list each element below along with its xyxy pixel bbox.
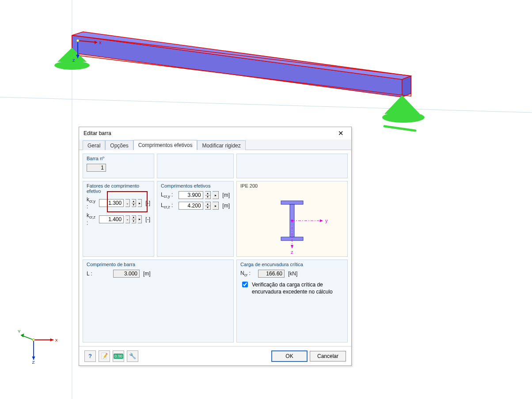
note-button[interactable]: 📝 <box>99 350 110 362</box>
units-icon: 0.00 <box>114 354 123 359</box>
spin-up-icon: ▲ <box>205 192 211 196</box>
lcrz-input[interactable] <box>179 202 203 210</box>
ncr-input <box>258 270 285 278</box>
svg-marker-24 <box>32 357 35 360</box>
svg-text:Z: Z <box>32 360 34 364</box>
kcrz-dropdown[interactable]: ⌄ <box>125 215 130 223</box>
l-unit: [m] <box>143 271 151 277</box>
svg-point-8 <box>382 112 425 123</box>
dialog-footer: ? 📝 0.00 🔧 OK Cancelar <box>79 346 351 365</box>
edit-member-dialog: Editar barra ✕ Geral Opções Comprimentos… <box>79 127 352 366</box>
svg-text:x: x <box>99 40 102 45</box>
group-fatores: Fatores de comprimento efetivo kcr,y : ⌄… <box>83 181 154 257</box>
l-input <box>113 270 140 278</box>
lcry-unit: [m] <box>222 192 230 198</box>
row-kcrz: kcr,z : ⌄ ▲▼ ▸ [-] <box>87 212 150 226</box>
spin-down-icon: ▼ <box>132 219 136 223</box>
tab-comprimentos-efetivos[interactable]: Comprimentos efetivos <box>133 140 198 150</box>
triangle-right-icon: ▸ <box>139 201 141 205</box>
group-legend: Comprimentos efetivos <box>161 183 230 188</box>
tab-geral[interactable]: Geral <box>83 140 105 150</box>
kcry-pick[interactable]: ▸ <box>138 199 142 207</box>
units-button[interactable]: 0.00 <box>113 350 124 362</box>
group-legend: Barra nº <box>87 156 150 161</box>
group-profile: IPE 200 y z <box>236 181 348 257</box>
svg-rect-27 <box>281 201 303 204</box>
dialog-title: Editar barra <box>84 130 111 136</box>
verification-label: Verificação da carga crítica de encurvad… <box>252 281 344 295</box>
group-carga-critica: Carga de encurvadura crítica Ncr : [kN] … <box>236 260 348 343</box>
row-lcry: Lcr,y : ▲▼ ▸ [m] <box>161 191 230 199</box>
kcrz-spinner[interactable]: ▲▼ <box>132 215 136 223</box>
kcry-spinner[interactable]: ▲▼ <box>132 199 136 207</box>
svg-text:z: z <box>291 249 293 254</box>
tab-opcoes[interactable]: Opções <box>105 140 133 150</box>
verification-checkbox[interactable] <box>242 282 248 287</box>
triangle-right-icon: ▸ <box>215 204 217 208</box>
svg-text:y: y <box>325 218 328 223</box>
spin-up-icon: ▲ <box>132 200 136 203</box>
group-legend: Fatores de comprimento efetivo <box>87 183 150 194</box>
svg-text:X: X <box>55 338 57 343</box>
extra-icon: 🔧 <box>129 353 136 359</box>
label-lcrz: Lcr,z : <box>161 202 177 209</box>
extra-button[interactable]: 🔧 <box>127 350 138 362</box>
triangle-right-icon: ▸ <box>139 217 141 221</box>
cancel-button[interactable]: Cancelar <box>310 351 346 361</box>
svg-line-0 <box>0 97 532 113</box>
ok-button[interactable]: OK <box>272 351 307 361</box>
group-legend: Carga de encurvadura crítica <box>240 262 344 267</box>
group-comprimentos: Comprimentos efetivos Lcr,y : ▲▼ ▸ [m] L… <box>157 181 234 257</box>
help-button[interactable]: ? <box>84 350 96 362</box>
lcrz-pick[interactable]: ▸ <box>213 202 219 210</box>
close-icon: ✕ <box>338 129 344 137</box>
svg-point-16 <box>76 39 79 42</box>
kcry-dropdown[interactable]: ⌄ <box>125 199 130 207</box>
row-ncr: Ncr : [kN] <box>240 270 344 278</box>
spin-down-icon: ▼ <box>205 206 211 210</box>
svg-marker-18 <box>50 338 53 341</box>
spin-down-icon: ▼ <box>205 196 211 199</box>
row-kcry: kcr,y : ⌄ ▲▼ ▸ [-] <box>87 196 150 210</box>
dialog-titlebar[interactable]: Editar barra ✕ <box>79 127 351 139</box>
dialog-tabs: Geral Opções Comprimentos efetivos Modif… <box>79 139 351 150</box>
svg-point-36 <box>291 220 293 222</box>
svg-marker-2 <box>72 35 402 97</box>
row-lcrz: Lcr,z : ▲▼ ▸ [m] <box>161 202 230 210</box>
spin-up-icon: ▲ <box>205 202 211 206</box>
note-icon: 📝 <box>101 353 108 359</box>
label-kcry: kcr,y : <box>87 196 97 210</box>
svg-point-26 <box>32 339 34 341</box>
kcrz-input[interactable] <box>99 215 124 223</box>
svg-line-9 <box>384 126 415 131</box>
lcry-input[interactable] <box>179 191 203 199</box>
label-kcrz: kcr,z : <box>87 212 97 226</box>
global-axis-widget: X Y Z <box>18 324 57 364</box>
help-icon: ? <box>88 353 92 359</box>
label-l: L : <box>87 271 95 277</box>
kcrz-pick[interactable]: ▸ <box>138 215 142 223</box>
svg-marker-7 <box>384 95 420 114</box>
svg-text:Y: Y <box>18 329 21 334</box>
chevron-down-icon: ⌄ <box>126 217 129 221</box>
lcry-spinner[interactable]: ▲▼ <box>205 191 211 199</box>
tab-modificar-rigidez[interactable]: Modificar rigidez <box>197 140 245 150</box>
kcry-unit: [-] <box>145 200 150 206</box>
kcry-input[interactable] <box>99 199 124 207</box>
row-verification-check: Verificação da carga crítica de encurvad… <box>240 281 344 295</box>
lcrz-spinner[interactable]: ▲▼ <box>205 202 211 210</box>
dialog-body: Barra nº Fatores de comprimento efetivo … <box>79 150 351 346</box>
barra-no-input[interactable] <box>87 164 106 172</box>
group-spacer-1 <box>157 154 234 178</box>
row-l: L : [m] <box>87 270 230 278</box>
profile-diagram: y z <box>246 192 338 254</box>
lcry-pick[interactable]: ▸ <box>213 191 219 199</box>
group-comprimento-barra: Comprimento de barra L : [m] <box>83 260 234 343</box>
svg-marker-34 <box>291 245 293 248</box>
group-spacer-2 <box>236 154 348 178</box>
lcrz-unit: [m] <box>222 203 230 209</box>
svg-point-6 <box>54 61 90 70</box>
chevron-down-icon: ⌄ <box>126 201 129 205</box>
close-button[interactable]: ✕ <box>333 128 349 138</box>
label-lcry: Lcr,y : <box>161 192 177 199</box>
